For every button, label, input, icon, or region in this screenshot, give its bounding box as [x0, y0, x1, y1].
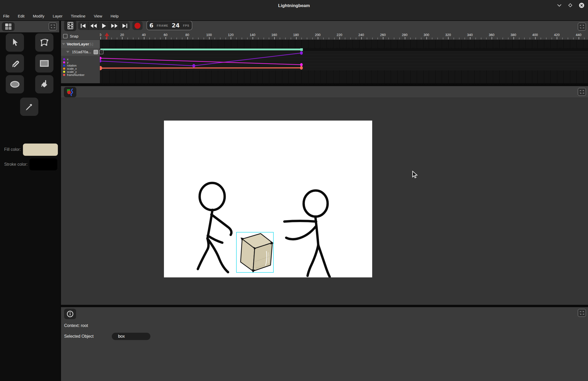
timeline-track-area[interactable] — [100, 40, 588, 83]
play-button[interactable] — [99, 21, 109, 30]
menu-modify[interactable]: Modify — [33, 14, 44, 18]
film-button[interactable] — [64, 21, 76, 31]
keyframe-x[interactable] — [100, 60, 101, 62]
fill-color-label: Fill color: — [4, 147, 21, 152]
ruler-tick — [459, 38, 460, 39]
ruler-tick — [557, 37, 557, 39]
menu-help[interactable]: Help — [111, 14, 119, 18]
collapse-triangle-icon[interactable] — [62, 43, 65, 45]
ruler-tick — [377, 38, 378, 39]
layer-mode-toggle[interactable]: ~ — [99, 50, 103, 54]
animation-curves — [100, 40, 588, 83]
menu-edit[interactable]: Edit — [18, 14, 24, 18]
property-row-rotation[interactable]: rotation — [61, 64, 100, 67]
stroke-color-swatch[interactable] — [29, 158, 57, 170]
property-row-frameNumber[interactable]: frameNumber — [61, 73, 100, 76]
stick-figure-right[interactable] — [284, 190, 330, 277]
canvas-expand-button[interactable] — [578, 88, 586, 96]
pencil-tool-button[interactable] — [6, 54, 24, 73]
info-expand-button[interactable] — [578, 309, 586, 317]
ruler-tick — [193, 38, 193, 39]
ellipse-tool-button[interactable] — [6, 75, 24, 93]
menu-layer[interactable]: Layer — [53, 14, 63, 18]
menu-file[interactable]: File — [3, 14, 9, 18]
ruler-tick — [301, 38, 302, 39]
ruler-tick — [144, 37, 144, 39]
timeline-left-column: Snap VectorLayer [L] 151ad70a... ~ x y r… — [61, 33, 100, 83]
rectangle-tool-button[interactable] — [35, 54, 53, 73]
eyedropper-tool-button[interactable] — [20, 98, 38, 116]
keyframe-frameNumber[interactable] — [100, 66, 102, 70]
window-controls — [557, 0, 584, 11]
ruler-tick — [149, 38, 150, 39]
ruler-tick — [334, 38, 335, 39]
layer-visibility-toggle[interactable] — [94, 50, 98, 54]
property-row-scale_y[interactable]: scale_y — [61, 70, 100, 73]
ruler-tick — [215, 38, 215, 39]
transform-tool-button[interactable] — [35, 33, 53, 52]
paint-bucket-tool-button[interactable] — [35, 75, 53, 93]
property-row-x[interactable]: x — [61, 58, 100, 61]
keyframe-x[interactable] — [300, 51, 303, 55]
property-color-dot — [63, 71, 65, 73]
layer-duration-end-marker[interactable] — [300, 48, 303, 51]
ruler-tick — [339, 37, 340, 39]
menu-view[interactable]: View — [94, 14, 102, 18]
info-button[interactable] — [64, 309, 76, 319]
ruler-label: 180 — [293, 33, 299, 37]
fps-value[interactable]: 24 — [172, 22, 180, 29]
snap-label: Snap — [70, 34, 78, 38]
keyframe-y[interactable] — [100, 57, 102, 59]
ruler-label: 440 — [576, 33, 581, 37]
expand-icon — [51, 25, 55, 28]
keyframe-x[interactable] — [192, 64, 195, 67]
ruler-tick — [486, 38, 487, 39]
selected-object-dropdown[interactable]: box — [112, 333, 150, 340]
timeline-ruler[interactable]: 0204060801001201401601802002202402602803… — [100, 33, 588, 40]
minimize-icon[interactable] — [557, 3, 562, 8]
property-row-y[interactable]: y — [61, 61, 100, 64]
rewind-button[interactable] — [88, 21, 99, 30]
ruler-label: 260 — [380, 33, 386, 37]
ruler-label: 100 — [206, 33, 212, 37]
ruler-tick — [247, 38, 248, 39]
skip-to-start-button[interactable] — [78, 21, 88, 30]
skip-to-end-button[interactable] — [120, 21, 130, 30]
ruler-tick — [421, 38, 421, 39]
ruler-tick — [155, 38, 155, 39]
layer-duration-bar[interactable] — [100, 49, 303, 50]
box-object[interactable] — [241, 234, 274, 273]
ruler-tick — [171, 38, 172, 39]
shapes-button[interactable] — [64, 87, 76, 97]
keyframe-y[interactable] — [300, 63, 303, 66]
layer-row-vectorlayer[interactable]: VectorLayer [L] — [61, 40, 100, 48]
property-row-scale_x[interactable]: scale_x — [61, 67, 100, 70]
ruler-tick — [258, 38, 259, 39]
info-panel: Context: root Selected Object box — [61, 307, 588, 381]
frame-value[interactable]: 6 — [149, 22, 153, 29]
curve-frameNumber[interactable] — [100, 68, 301, 68]
collapse-triangle-icon[interactable] — [66, 51, 69, 53]
stage[interactable] — [164, 121, 372, 277]
ruler-tick — [285, 38, 286, 39]
ruler-tick — [329, 38, 329, 39]
grid-view-button[interactable] — [2, 22, 15, 31]
select-tool-button[interactable] — [6, 33, 24, 52]
record-button[interactable] — [132, 21, 143, 30]
close-icon[interactable] — [579, 3, 584, 9]
maximize-icon[interactable] — [568, 3, 572, 8]
lightningbeam-window: Lightningbeam FileEditModifyLayerTimelin… — [0, 0, 588, 381]
property-color-dot — [63, 74, 65, 76]
tools-expand-button[interactable] — [49, 22, 57, 30]
timeline-expand-button[interactable] — [578, 23, 586, 31]
snap-checkbox[interactable] — [63, 34, 68, 38]
fill-color-swatch[interactable] — [23, 144, 58, 156]
keyframe-frameNumber[interactable] — [300, 66, 303, 69]
stick-figure-left[interactable] — [198, 183, 231, 272]
ruler-tick — [535, 37, 536, 39]
object-row[interactable]: 151ad70a... ~ — [61, 48, 100, 56]
menu-timeline[interactable]: Timeline — [71, 14, 85, 18]
ruler-tick — [394, 38, 394, 39]
context-text: Context: root — [64, 323, 88, 328]
fast-forward-button[interactable] — [109, 21, 120, 30]
